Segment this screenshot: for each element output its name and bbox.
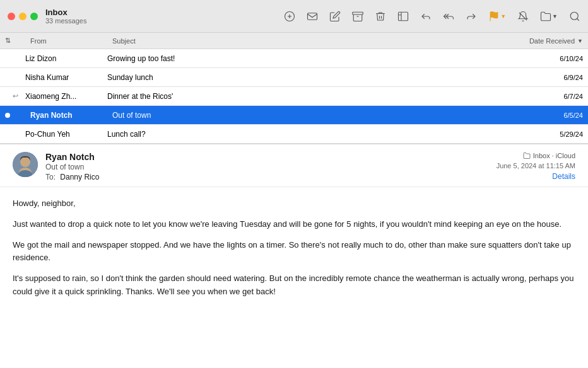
svg-rect-2 <box>353 12 363 14</box>
email-row[interactable]: Nisha Kumar Sunday lunch 6/9/24 <box>0 68 588 87</box>
titlebar: Inbox 33 messages <box>0 0 588 33</box>
body-paragraph: Just wanted to drop a quick note to let … <box>13 218 575 231</box>
email-subject: Dinner at the Ricos' <box>107 92 457 101</box>
email-list: ⇅ From Subject Date Received ▼ Liz Dizon… <box>0 33 588 144</box>
detail-to-line: To: Danny Rico <box>45 173 489 181</box>
email-subject: Sunday lunch <box>107 73 457 82</box>
subject-header: Subject <box>112 37 457 45</box>
email-subject: Out of town <box>112 111 457 120</box>
reply-indicator: ↩ <box>13 92 25 100</box>
minimize-button[interactable] <box>19 13 26 20</box>
fullscreen-button[interactable] <box>30 13 38 20</box>
sender-name: Xiaomeng Zh... <box>25 92 107 101</box>
envelope-icon[interactable] <box>307 11 318 22</box>
avatar <box>13 152 38 177</box>
email-subject: Lunch call? <box>107 130 457 139</box>
junk-icon[interactable] <box>397 11 409 22</box>
svg-point-6 <box>570 12 578 20</box>
compose-icon[interactable] <box>329 11 341 22</box>
sort-icon[interactable]: ⇅ <box>5 37 18 45</box>
svg-rect-3 <box>399 12 408 21</box>
reply-all-icon[interactable] <box>443 11 454 22</box>
date-sort-chevron[interactable]: ▼ <box>577 38 583 44</box>
sender-name: Nisha Kumar <box>25 73 107 82</box>
sender-name: Po-Chun Yeh <box>25 130 107 139</box>
email-subject: Growing up too fast! <box>107 54 457 63</box>
email-row[interactable]: Liz Dizon Growing up too fast! 6/10/24 <box>0 49 588 68</box>
email-detail-header: Ryan Notch Out of town To: Danny Rico In… <box>0 144 588 187</box>
forward-icon[interactable] <box>466 11 477 22</box>
date-received: 6/10/24 <box>457 55 583 62</box>
body-paragraph: Howdy, neighbor, <box>13 197 575 210</box>
detail-date: June 5, 2024 at 11:15 AM <box>497 162 575 170</box>
toolbar: ▼ ▼ <box>284 11 580 22</box>
detail-sender-name: Ryan Notch <box>45 152 489 162</box>
email-sender-info: Ryan Notch Out of town To: Danny Rico <box>45 152 489 181</box>
archive-icon[interactable] <box>352 11 363 22</box>
detail-subject: Out of town <box>45 163 489 171</box>
sender-name: Liz Dizon <box>25 54 107 63</box>
notification-icon[interactable] <box>517 11 529 22</box>
unread-indicator <box>5 113 18 118</box>
body-paragraph: It's supposed to rain, so I don't think … <box>13 272 575 299</box>
close-button[interactable] <box>8 13 15 20</box>
email-row[interactable]: Ryan Notch Out of town 6/5/24 <box>0 106 588 125</box>
date-received: 6/9/24 <box>457 74 583 81</box>
traffic-lights <box>8 13 38 20</box>
date-header: Date Received ▼ <box>457 37 583 45</box>
svg-point-9 <box>20 157 30 167</box>
sender-name: Ryan Notch <box>30 111 112 120</box>
folder-icon[interactable]: ▼ <box>540 11 558 22</box>
svg-line-7 <box>577 18 579 20</box>
date-received: 6/7/24 <box>457 93 583 100</box>
window-title: Inbox 33 messages <box>45 8 86 25</box>
email-body: Howdy, neighbor, Just wanted to drop a q… <box>0 187 588 368</box>
search-icon[interactable] <box>569 11 580 22</box>
details-link[interactable]: Details <box>552 172 575 181</box>
mailbox-badge: Inbox · iCloud <box>523 152 575 159</box>
date-received: 6/5/24 <box>457 112 583 119</box>
svg-rect-1 <box>308 13 317 20</box>
body-paragraph: We got the mail and newspaper stopped. A… <box>13 239 575 265</box>
compose-note-icon[interactable] <box>284 11 295 22</box>
from-header: From <box>30 37 112 45</box>
email-row[interactable]: Po-Chun Yeh Lunch call? 5/29/24 <box>0 125 588 144</box>
email-detail: Ryan Notch Out of town To: Danny Rico In… <box>0 144 588 368</box>
email-meta: Inbox · iCloud June 5, 2024 at 11:15 AM … <box>497 152 575 181</box>
email-row[interactable]: ↩ Xiaomeng Zh... Dinner at the Ricos' 6/… <box>0 87 588 106</box>
trash-icon[interactable] <box>375 11 386 22</box>
flag-icon[interactable]: ▼ <box>488 11 506 22</box>
list-header: ⇅ From Subject Date Received ▼ <box>0 33 588 49</box>
date-received: 5/29/24 <box>457 130 583 138</box>
reply-icon[interactable] <box>420 11 432 22</box>
